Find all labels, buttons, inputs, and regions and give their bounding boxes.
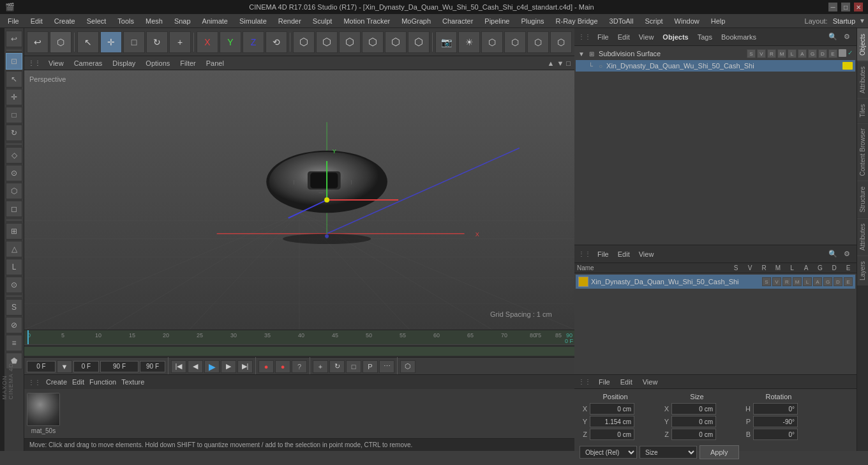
tb-obj4[interactable]: ⬡ [362,31,384,53]
pos-y-input[interactable] [590,416,634,427]
menu-3dtoall[interactable]: 3DToAll [604,16,639,26]
apply-button[interactable]: Apply [700,445,739,459]
tool-s[interactable]: S [6,299,22,316]
tb-obj5[interactable]: ⬡ [385,31,407,53]
tool-measure[interactable]: L [6,259,22,275]
mat-search-icon[interactable]: 🔍 [827,248,839,260]
mat-panel-file[interactable]: File [595,249,611,259]
minimize-button[interactable]: ─ [828,3,837,11]
tb-create[interactable]: + [169,31,191,53]
mat-panel-edit[interactable]: Edit [615,249,632,259]
tool-layers[interactable]: ≡ [6,335,22,351]
tb-undo[interactable]: ↩ [27,31,49,53]
mat-row-coin-mat[interactable]: Xin_Dynasty_Da_Quan_Wu_Shi_50_Cash_Shi S… [576,275,855,289]
menu-snap[interactable]: Snap [169,16,196,26]
start-frame-input[interactable] [73,361,99,372]
viewport-container[interactable]: ⋮⋮ View Cameras Display Options Filter P… [24,56,574,330]
tool-undo[interactable]: ↩ [6,31,22,47]
vp-menu-filter[interactable]: Filter [177,59,198,68]
tl-next-frame[interactable]: ▶ [221,360,236,373]
tb-reset[interactable]: ⟲ [266,31,287,53]
mat-menu-create[interactable]: Create [46,378,67,386]
viewport-canvas[interactable]: 一 一 | | [24,70,574,330]
tb-viewport[interactable]: ⬡ [50,31,71,53]
coord-system-select[interactable]: Object (Rel) World Local [580,446,637,459]
menu-select[interactable]: Select [82,16,112,26]
tab-content-browser[interactable]: Content Browser [857,123,868,181]
tool-scale[interactable]: □ [6,107,22,123]
coord-edit[interactable]: Edit [618,377,635,387]
vp-menu-display[interactable]: Display [110,59,138,68]
tl-anim-rot[interactable]: ↻ [329,360,345,373]
menu-rray[interactable]: R-Ray Bridge [551,16,603,26]
tb-move[interactable]: ✛ [100,31,122,53]
materials-list[interactable]: Xin_Dynasty_Da_Quan_Wu_Shi_50_Cash_Shi S… [574,273,857,374]
material-thumbnail[interactable] [27,393,60,426]
current-frame-input[interactable] [27,361,56,372]
tb-obj10[interactable]: ⬡ [550,31,572,53]
tl-anim-scale[interactable]: □ [346,360,361,373]
vp-menu-view[interactable]: View [46,59,66,68]
tl-keyframe[interactable]: ⬡ [400,360,415,373]
close-button[interactable]: ✕ [854,3,863,11]
tb-axis-y[interactable]: Y [220,31,241,53]
tl-play[interactable]: ▶ [204,360,220,373]
tb-obj2[interactable]: ⬡ [316,31,338,53]
mat-panel-view[interactable]: View [636,249,657,259]
layout-value[interactable]: Startup [833,17,858,25]
obj-search-icon[interactable]: 🔍 [827,31,839,43]
vp-icon-2[interactable]: ▼ [557,59,564,67]
menu-file[interactable]: File [3,16,24,26]
menu-mesh[interactable]: Mesh [140,16,168,26]
tool-subsurf[interactable]: ⬡ [6,183,22,199]
menu-animate[interactable]: Animate [197,16,233,26]
tl-prev-frame[interactable]: ◀ [188,360,203,373]
tl-record3[interactable]: ? [292,360,307,373]
size-mode-select[interactable]: Size Scale [640,446,697,459]
tb-cam[interactable]: 📷 [435,31,457,53]
menu-create[interactable]: Create [49,16,80,26]
tb-obj1[interactable]: ⬡ [293,31,315,53]
tb-obj7[interactable]: ⬡ [481,31,503,53]
mat-settings-icon[interactable]: ⚙ [841,248,853,260]
vp-icon-1[interactable]: ▲ [548,59,555,67]
tool-edge[interactable]: ⊙ [6,165,22,181]
menu-character[interactable]: Character [437,16,478,26]
tl-anim-pos[interactable]: + [313,360,328,373]
menu-tools[interactable]: Tools [112,16,139,26]
rot-h-input[interactable] [753,403,798,415]
obj-menu-objects[interactable]: Objects [660,32,691,42]
tb-obj9[interactable]: ⬡ [527,31,549,53]
tool-move[interactable]: ✛ [6,89,22,105]
menu-script[interactable]: Script [640,16,668,26]
tab-attributes-2[interactable]: Attributes [857,218,868,255]
tb-render[interactable]: ☀ [458,31,480,53]
tab-objects[interactable]: Objects [857,28,868,61]
size-x-input[interactable] [671,403,716,415]
tb-scale[interactable]: □ [123,31,145,53]
menu-window[interactable]: Window [670,16,705,26]
menu-pipeline[interactable]: Pipeline [479,16,514,26]
menu-render[interactable]: Render [273,16,306,26]
mat-menu-texture[interactable]: Texture [121,378,144,386]
tool-polygon[interactable]: ◇ [6,147,22,164]
tool-axis[interactable]: ⊙ [6,277,22,293]
vp-icon-3[interactable]: □ [566,59,571,67]
obj-settings-icon[interactable]: ⚙ [841,31,853,43]
tl-arrow-down[interactable]: ▼ [57,360,72,373]
pos-x-input[interactable] [590,403,634,415]
tab-attributes[interactable]: Attributes [857,61,868,98]
tl-to-end[interactable]: ▶| [237,360,253,373]
vp-menu-cameras[interactable]: Cameras [71,59,105,68]
expand-icon[interactable]: ▼ [578,50,585,57]
tool-object[interactable]: ⊞ [6,223,22,240]
mat-menu-edit[interactable]: Edit [72,378,84,386]
menu-help[interactable]: Help [706,16,731,26]
obj-menu-file[interactable]: File [595,32,611,42]
tl-anim-param[interactable]: P [363,360,378,373]
tab-structure[interactable]: Structure [857,181,868,218]
size-y-input[interactable] [671,416,716,427]
size-z-input[interactable] [671,429,716,440]
menu-motion-tracker[interactable]: Motion Tracker [338,16,395,26]
tool-paint[interactable]: ⊘ [6,317,22,333]
